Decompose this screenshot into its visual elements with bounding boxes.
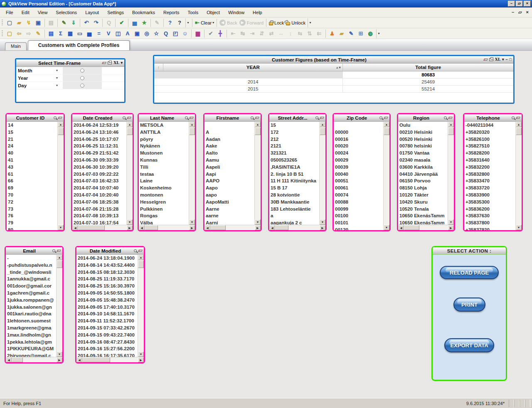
list-item[interactable]: 2014-07-06 18:25:38	[72, 199, 126, 206]
menu-object[interactable]: Object	[202, 8, 224, 17]
eraser-icon[interactable]	[127, 117, 131, 119]
create-multibox-icon[interactable]: V	[104, 29, 113, 38]
eraser-icon[interactable]	[384, 117, 388, 119]
list-item[interactable]: +35831640	[464, 157, 515, 164]
menu-settings[interactable]: Settings	[103, 8, 128, 17]
scrollbar-track[interactable]	[78, 225, 127, 230]
caret-down-icon[interactable]: ▾	[121, 61, 123, 65]
create-slider-icon[interactable]: ◫	[113, 29, 123, 38]
list-item[interactable]: 43	[7, 164, 57, 171]
scrollbar-track[interactable]	[404, 225, 448, 230]
redo-icon[interactable]: ↷	[91, 18, 101, 27]
search-icon[interactable]	[251, 116, 254, 119]
scrollbar-thumb[interactable]	[57, 261, 62, 268]
table-row[interactable]: 201425469	[154, 79, 513, 86]
list-item[interactable]: 00074	[334, 192, 383, 199]
object-caption[interactable]: Customer ID	[7, 114, 64, 122]
radio-icon[interactable]	[80, 84, 84, 88]
list-item[interactable]: 00061	[334, 184, 383, 192]
field-value-cell[interactable]	[63, 82, 102, 89]
eraser-icon[interactable]	[255, 117, 259, 119]
list-item[interactable]: aarne	[204, 212, 254, 219]
open-folder-icon[interactable]: ▰	[15, 18, 24, 27]
maximize-icon[interactable]: □	[510, 58, 512, 61]
scrollbar-thumb[interactable]	[275, 225, 288, 230]
object-caption[interactable]: Last Name	[139, 114, 195, 122]
list-item[interactable]: 2014-09-05 14:50:55.1800	[76, 290, 138, 297]
list-item[interactable]: 2hirvonen@gmail.c	[6, 352, 56, 357]
list-item[interactable]: 00024	[334, 150, 383, 157]
list-item[interactable]: Aake	[204, 143, 254, 150]
vertical-scrollbar[interactable]: ▲▼	[56, 255, 62, 357]
list-item[interactable]: aagankuja 2 c	[269, 219, 319, 225]
object-caption[interactable]: Street Addr...	[269, 114, 325, 122]
scrollbar-thumb[interactable]	[516, 128, 522, 135]
menu-help[interactable]: Help	[249, 8, 266, 17]
vertical-scrollbar[interactable]: ▲▼	[448, 122, 454, 225]
scroll-up-icon[interactable]: ▲	[384, 122, 389, 127]
menu-edit[interactable]: Edit	[17, 8, 34, 17]
minimize-button[interactable]: –	[508, 1, 515, 7]
lock-icon[interactable]: Lock	[268, 18, 285, 27]
eraser-icon[interactable]	[320, 117, 324, 119]
toolbar-overflow-icon[interactable]: ▾	[308, 18, 313, 27]
list-item[interactable]: 10650 EkenäsTamm	[398, 212, 448, 219]
scrollbar-track[interactable]	[516, 135, 522, 225]
scroll-left-icon[interactable]: ◀	[72, 225, 78, 230]
list-item[interactable]: 72	[7, 199, 57, 206]
scroll-right-icon[interactable]: ▶	[320, 225, 325, 230]
list-item[interactable]: 2014-09-16 08:47:27.8430	[76, 339, 138, 346]
list-item[interactable]: METSOLA	[139, 122, 189, 129]
list-item[interactable]: 1pekka.lehtola@gm	[6, 339, 56, 346]
menu-reports[interactable]: Reports	[159, 8, 184, 17]
scrollbar-track[interactable]	[12, 357, 57, 362]
list-item[interactable]: 2014-09-16 15:27:56.2200	[76, 345, 138, 352]
vertical-scrollbar[interactable]: ▲▼	[319, 122, 325, 225]
list-item[interactable]: +35826100	[464, 136, 515, 143]
list-item[interactable]: 00051	[334, 177, 383, 184]
radio-icon[interactable]	[80, 69, 84, 73]
mdi-close-button[interactable]: ×	[526, 10, 529, 15]
list-item[interactable]: 00101	[334, 219, 383, 226]
list-item[interactable]: pöyry	[139, 136, 189, 143]
list-item[interactable]: 2121	[269, 143, 319, 150]
list-item[interactable]: 79	[7, 219, 57, 226]
list-item[interactable]: 69	[7, 184, 57, 192]
list-item[interactable]: Aamu	[204, 157, 254, 164]
list-item[interactable]: 10120 Täkter	[398, 192, 448, 199]
sort-indicator-icon[interactable]: ↑	[154, 64, 163, 71]
vertical-scrollbar[interactable]: ▲▼	[383, 122, 389, 230]
promote-sheet-icon[interactable]: ⇦	[15, 29, 24, 38]
scroll-down-icon[interactable]: ▼	[448, 219, 454, 225]
list-item[interactable]: 2014-06-29 21:51:42	[72, 150, 126, 157]
mdi-minimize-button[interactable]: –	[512, 10, 514, 15]
list-item[interactable]: 01750 Vantaa	[398, 150, 448, 157]
scrollbar-track[interactable]	[82, 357, 138, 362]
list-item[interactable]: 15	[7, 129, 57, 136]
list-item[interactable]: +35833720	[464, 184, 515, 192]
list-item[interactable]: _tinde_@windowsli	[6, 269, 56, 276]
create-input-box-icon[interactable]: ▭	[75, 29, 84, 38]
sort-caret-icon[interactable]: ▵ ▾	[336, 66, 340, 69]
list-item[interactable]: 24	[7, 143, 57, 150]
list-item[interactable]: +35828200	[464, 150, 515, 157]
scrollbar-track[interactable]	[255, 135, 261, 219]
list-item[interactable]: Kunnas	[139, 157, 189, 164]
list-item[interactable]: 00020	[334, 143, 383, 150]
xl-icon[interactable]: XL	[495, 58, 500, 61]
new-file-icon[interactable]: ▢	[5, 18, 14, 27]
scrollbar-thumb[interactable]	[12, 357, 23, 362]
scrollbar-track[interactable]	[57, 268, 62, 351]
list-item[interactable]: 76	[7, 212, 57, 219]
create-chart-icon[interactable]: ▅	[85, 29, 94, 38]
list-item[interactable]: 41	[7, 157, 57, 164]
edit-script-icon[interactable]: ✎	[59, 18, 69, 27]
menu-window[interactable]: Window	[224, 8, 249, 17]
create-search-object-icon[interactable]: Q	[161, 29, 170, 38]
list-item[interactable]: 06150 Porvoo	[398, 177, 448, 184]
scroll-down-icon[interactable]: ▼	[58, 225, 64, 230]
scroll-right-icon[interactable]: ▶	[448, 225, 454, 230]
scroll-down-icon[interactable]: ▼	[320, 219, 325, 225]
tab-main[interactable]: Main	[5, 42, 27, 50]
list-item[interactable]: 2014-06-24 13:10:46	[72, 129, 126, 136]
